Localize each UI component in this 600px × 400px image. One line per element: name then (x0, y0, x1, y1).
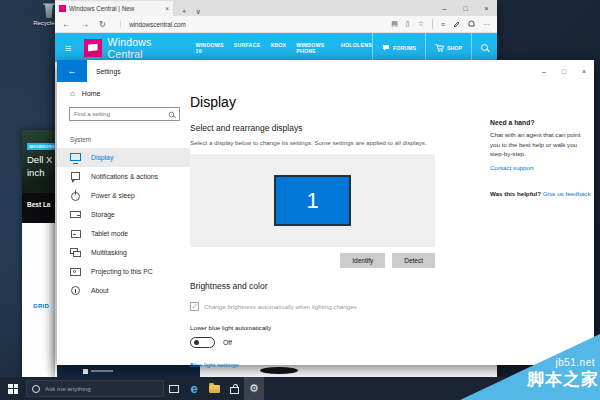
displays-description: Select a display below to change its set… (190, 139, 440, 146)
search-icon (481, 44, 488, 51)
monitor-stand-image (260, 367, 298, 374)
browser-minimize-button[interactable]: – (434, 5, 455, 12)
url-field[interactable]: windowscentral.com (120, 21, 186, 28)
projecting-icon (70, 266, 82, 278)
watermark: jb51.net 脚本之家 (460, 334, 600, 400)
nav-windows-phone[interactable]: WINDOWS PHONE (296, 42, 331, 54)
sidebar-item-display[interactable]: Display (57, 148, 190, 167)
brightness-checkbox-label: Change brightness automatically when lig… (204, 303, 357, 310)
contact-support-link[interactable]: Contact support (490, 164, 590, 171)
find-setting-input[interactable] (74, 111, 168, 117)
sidebar-item-tablet-mode[interactable]: Tablet mode (57, 224, 190, 243)
site-brand[interactable]: Windows Central (108, 36, 181, 60)
detect-button[interactable]: Detect (392, 253, 435, 268)
settings-title-bar: ← Settings – □ × (57, 60, 594, 82)
tab-bar: Windows Central | New × + ∨ – □ × (55, 0, 497, 16)
settings-maximize-button[interactable]: □ (554, 68, 574, 75)
taskbar-store-button[interactable] (224, 377, 244, 400)
forward-icon[interactable]: → (81, 19, 90, 29)
forums-link[interactable]: FORUMS (372, 33, 425, 62)
sidebar-item-notifications[interactable]: Notifications & actions (57, 167, 190, 186)
site-menu-hamburger-icon[interactable]: ≡ (55, 33, 82, 62)
find-setting-search-icon[interactable] (169, 111, 175, 117)
article-body: GRID (22, 223, 57, 377)
taskbar-edge-button[interactable]: e (184, 377, 204, 400)
monitor-1-tile[interactable]: 1 (274, 175, 351, 226)
footer-logo-icon (83, 369, 88, 374)
notifications-icon (70, 171, 82, 183)
tab-preview-chevron-icon[interactable]: ∨ (195, 7, 201, 16)
sidebar-item-home[interactable]: ⌂ Home (57, 84, 190, 102)
back-icon[interactable]: ← (62, 19, 71, 29)
web-note-pen-icon[interactable] (453, 20, 460, 28)
new-tab-button[interactable]: + (182, 7, 186, 16)
browser-close-button[interactable]: × (476, 5, 497, 12)
section-heading-brightness: Brightness and color (190, 281, 455, 291)
tab-close-icon[interactable]: × (165, 5, 169, 12)
cortana-search-box[interactable] (26, 380, 164, 397)
bluelight-toggle[interactable] (190, 337, 215, 348)
nav-surface[interactable]: SURFACE (234, 42, 261, 54)
section-heading-displays: Select and rearrange displays (190, 123, 455, 133)
tab-title: Windows Central | New (69, 5, 162, 12)
page-title: Display (190, 94, 455, 110)
task-view-button[interactable] (164, 377, 184, 400)
showdown-badge: SHOWDOWN (27, 143, 57, 150)
share-icon[interactable] (468, 20, 475, 29)
reading-view-icon[interactable]: ▤ (391, 20, 398, 28)
settings-close-button[interactable]: × (574, 68, 594, 75)
watermark-url: jb51.net (555, 357, 595, 368)
bluelight-toggle-state: Off (223, 339, 232, 346)
taskbar-explorer-button[interactable] (204, 377, 224, 400)
cortana-icon (32, 385, 40, 393)
nav-xbox[interactable]: XBOX (270, 42, 286, 54)
start-button[interactable] (0, 377, 26, 400)
home-icon: ⌂ (70, 89, 75, 98)
reading-list-icon[interactable]: ▯ (406, 20, 410, 28)
article-title-line1: Dell X (27, 154, 57, 165)
taskbar-settings-button[interactable]: ⚙ (244, 377, 264, 400)
grid-link[interactable]: GRID (33, 303, 49, 309)
brightness-checkbox[interactable]: ✓ (190, 302, 199, 311)
sidebar-item-power[interactable]: Power & sleep (57, 186, 190, 205)
refresh-icon[interactable]: ↻ (99, 19, 106, 29)
help-panel: Need a hand? Chat with an agent that can… (490, 82, 590, 365)
identify-button[interactable]: Identify (340, 253, 385, 268)
forums-bubble-icon (382, 44, 390, 51)
taskbar-search-input[interactable] (45, 385, 158, 392)
favorites-star-icon[interactable]: ☆ (418, 20, 424, 28)
gear-icon: ⚙ (249, 383, 259, 394)
find-setting-searchbox[interactable] (69, 107, 180, 121)
bluelight-settings-link[interactable]: Blue light settings (190, 361, 455, 368)
bluelight-label: Lower blue light automatically (190, 324, 455, 331)
more-options-icon[interactable]: ··· (483, 21, 490, 28)
settings-back-button[interactable]: ← (57, 60, 87, 82)
shop-cart-icon (435, 44, 444, 52)
footer-text-line (91, 370, 113, 372)
sidebar-item-about[interactable]: About (57, 281, 190, 300)
sidebar-item-multitasking[interactable]: Multitasking (57, 243, 190, 262)
power-icon (70, 190, 82, 202)
article-title-line2: inch (27, 167, 57, 178)
windows-central-logo[interactable] (84, 39, 102, 57)
shop-link[interactable]: SHOP (425, 33, 471, 62)
feedback-link[interactable]: Give us feedback (543, 190, 591, 197)
settings-sidebar: ⌂ Home System Display Notifications & ac… (57, 82, 190, 365)
background-window[interactable]: SHOWDOWN Dell X inch Best La GRID (22, 130, 57, 377)
recycle-bin-icon (43, 3, 56, 18)
settings-minimize-button[interactable]: – (534, 68, 554, 75)
nav-windows10[interactable]: WINDOWS 10 (196, 42, 224, 54)
store-bag-icon (230, 387, 239, 394)
nav-hololens[interactable]: HOLOLENS (341, 42, 372, 54)
settings-main-panel: Display Select and rearrange displays Se… (190, 82, 455, 365)
site-search-button[interactable] (471, 33, 497, 62)
browser-maximize-button[interactable]: □ (455, 5, 476, 12)
addressbar-divider (432, 19, 433, 29)
hub-icon[interactable]: ≡ (441, 21, 445, 28)
site-header: ≡ Windows Central WINDOWS 10 SURFACE XBO… (55, 33, 497, 62)
browser-tab[interactable]: Windows Central | New × (55, 1, 173, 16)
sidebar-item-projecting[interactable]: Projecting to this PC (57, 262, 190, 281)
site-nav: WINDOWS 10 SURFACE XBOX WINDOWS PHONE HO… (196, 42, 373, 54)
sidebar-item-storage[interactable]: Storage (57, 205, 190, 224)
display-icon (70, 152, 82, 164)
